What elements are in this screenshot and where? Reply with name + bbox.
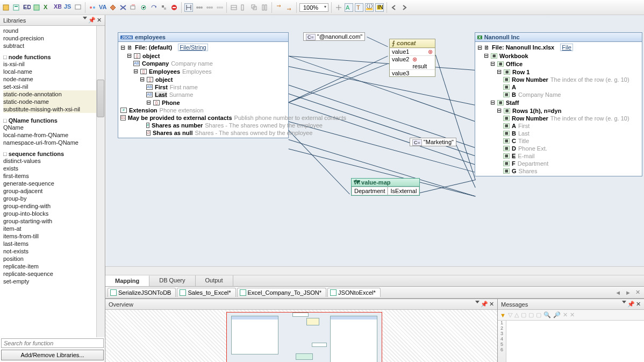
library-item[interactable]: node-name bbox=[3, 75, 104, 83]
toolbar-icon[interactable] bbox=[275, 3, 283, 12]
library-item[interactable]: group-into-blocks bbox=[3, 210, 104, 217]
dropdown-icon[interactable] bbox=[622, 301, 626, 303]
target-tree-row[interactable]: ⊟ ▦ Workbook bbox=[477, 52, 640, 60]
target-tree-row[interactable]: ▦ B Company Name bbox=[477, 91, 640, 98]
msg-tool-icon[interactable]: 🔎 bbox=[553, 311, 561, 318]
close-icon[interactable]: ✕ bbox=[97, 17, 102, 24]
nav-forward-icon[interactable] bbox=[400, 3, 409, 12]
overview-mini-canvas[interactable] bbox=[105, 310, 497, 362]
dropdown-icon[interactable] bbox=[475, 301, 480, 303]
toolbar-icon[interactable] bbox=[195, 3, 203, 12]
file-tab[interactable]: Excel_Company_To_JSON* bbox=[237, 288, 327, 297]
toolbar-icon[interactable] bbox=[33, 3, 41, 12]
library-item[interactable]: item-at bbox=[3, 225, 104, 232]
library-item[interactable]: QName bbox=[3, 124, 104, 131]
zoom-select[interactable]: 100% bbox=[299, 3, 328, 12]
libraries-scrollbar[interactable] bbox=[96, 26, 105, 337]
constant-email[interactable]: C= "@nanonull.com" bbox=[303, 32, 365, 41]
target-tree-row[interactable]: ▦ Row Number The index of the row (e. g.… bbox=[477, 115, 640, 122]
toolbar-icon[interactable] bbox=[109, 3, 117, 12]
source-tree-row[interactable]: # Extension Phone extension bbox=[120, 107, 286, 114]
pin-icon[interactable]: 📌 bbox=[627, 301, 635, 308]
mapping-canvas[interactable]: JSONemployees ⊟ 🗎 File: (default) File/S… bbox=[105, 15, 644, 266]
library-item[interactable]: substitute-missing-with-xsi-nil bbox=[3, 105, 104, 113]
library-item[interactable]: subtract bbox=[3, 42, 104, 49]
target-tree-row[interactable]: ▦ D Phone Ext. bbox=[477, 145, 640, 152]
source-tree-row[interactable]: AB Company Company name bbox=[120, 60, 286, 67]
target-tree-row[interactable]: ▦ F Department bbox=[477, 160, 640, 167]
library-item[interactable]: distinct-values bbox=[3, 157, 104, 165]
toolbar-icon[interactable] bbox=[119, 3, 127, 12]
source-tree-row[interactable]: # Shares as number Shares - The shares o… bbox=[120, 122, 286, 129]
toolbar-icon[interactable]: INFO bbox=[375, 3, 384, 12]
target-tree-row[interactable]: ⊟ ▦ Rows 1(h), n=dyn bbox=[477, 107, 640, 115]
toolbar-icon[interactable] bbox=[230, 3, 238, 12]
source-tree-row[interactable]: AB First First name bbox=[120, 83, 286, 91]
tab-db-query[interactable]: DB Query bbox=[149, 275, 195, 286]
toolbar-icon[interactable] bbox=[260, 3, 269, 12]
source-tree-row[interactable]: AB Last Surname bbox=[120, 91, 286, 98]
source-tree-row[interactable]: ∅ Shares as null Shares - The shares own… bbox=[120, 129, 286, 137]
toolbar-icon[interactable]: A bbox=[345, 3, 353, 12]
library-item[interactable]: last-items bbox=[3, 240, 104, 247]
toolbar-icon[interactable]: ⓘ bbox=[365, 3, 374, 12]
toolbar-icon[interactable] bbox=[285, 3, 294, 12]
library-item[interactable]: set-xsi-nil bbox=[3, 83, 104, 90]
library-item[interactable]: local-name bbox=[3, 68, 104, 75]
library-item[interactable]: group-ending-with bbox=[3, 202, 104, 210]
pin-icon[interactable]: 📌 bbox=[481, 301, 488, 308]
file-button[interactable]: File bbox=[560, 44, 573, 51]
nav-back-icon[interactable] bbox=[390, 3, 398, 12]
library-item[interactable]: position bbox=[3, 255, 104, 262]
source-tree-row[interactable]: ⊟ {} Phone bbox=[120, 98, 286, 107]
target-tree-row[interactable]: ▦ E E-mail bbox=[477, 152, 640, 160]
library-item[interactable]: static-node-name bbox=[3, 98, 104, 105]
library-item[interactable]: set-empty bbox=[3, 278, 104, 285]
library-item[interactable]: local-name-from-QName bbox=[3, 131, 104, 139]
target-tree-row[interactable]: ▦ A bbox=[477, 83, 640, 91]
target-tree-row[interactable]: ▦ B Last bbox=[477, 130, 640, 137]
toolbar-icon[interactable]: X bbox=[43, 3, 52, 12]
toolbar-icon[interactable] bbox=[129, 3, 138, 12]
library-item[interactable]: group-adjacent bbox=[3, 187, 104, 195]
msg-tool-icon[interactable]: ▢ bbox=[536, 311, 541, 318]
toolbar-icon[interactable]: T bbox=[355, 3, 363, 12]
tab-mapping[interactable]: Mapping bbox=[105, 275, 149, 286]
library-item[interactable]: replicate-sequence bbox=[3, 270, 104, 278]
canvas-h-scrollbar[interactable] bbox=[105, 266, 644, 275]
library-item[interactable]: generate-sequence bbox=[3, 180, 104, 187]
file-tab[interactable]: Sales_to_Excel* bbox=[177, 288, 235, 297]
add-remove-libraries-button[interactable]: Add/Remove Libraries... bbox=[1, 350, 104, 360]
target-tree-row[interactable]: ▦ A First bbox=[477, 122, 640, 130]
value-map[interactable]: 🗺 value-map DepartmentIsExternal bbox=[351, 178, 420, 196]
library-search-input[interactable] bbox=[1, 338, 104, 348]
toolbar-icon[interactable] bbox=[160, 3, 168, 12]
close-icon[interactable]: ✕ bbox=[636, 301, 641, 308]
tab-output[interactable]: Output bbox=[196, 275, 233, 286]
library-item[interactable]: static-node-annotation bbox=[3, 90, 104, 98]
pin-icon[interactable]: 📌 bbox=[88, 17, 96, 24]
tab-nav-right-icon[interactable]: ► bbox=[624, 289, 633, 296]
toolbar-icon[interactable]: EDI bbox=[23, 3, 31, 12]
msg-tool-icon[interactable]: ▽ bbox=[508, 311, 512, 318]
file-tab[interactable]: JSONtoExcel* bbox=[327, 288, 381, 297]
toolbar-icon[interactable] bbox=[184, 3, 193, 12]
toolbar-icon[interactable] bbox=[250, 3, 259, 12]
toolbar-icon[interactable] bbox=[205, 3, 213, 12]
toolbar-icon[interactable] bbox=[240, 3, 248, 12]
source-tree-row[interactable]: ⊟ [] Employees Employees bbox=[120, 67, 286, 75]
library-item[interactable]: items-from-till bbox=[3, 232, 104, 240]
library-item[interactable]: round bbox=[3, 27, 104, 34]
concat-function[interactable]: ⨍ concat value1⊗ value2⊗ result value3 bbox=[389, 39, 435, 77]
file-tab[interactable]: SerializeJSONToDB bbox=[108, 288, 176, 297]
target-tree-row[interactable]: ⊟ ▦ Staff bbox=[477, 98, 640, 107]
toolbar-icon[interactable] bbox=[334, 3, 343, 12]
library-item[interactable]: namespace-uri-from-QName bbox=[3, 139, 104, 146]
constant-marketing[interactable]: C= "Marketing" bbox=[410, 138, 456, 146]
toolbar-icon[interactable]: JSON bbox=[63, 3, 72, 12]
toolbar-icon[interactable] bbox=[88, 3, 97, 12]
toolbar-icon[interactable] bbox=[149, 3, 158, 12]
source-tree-row[interactable]: 01 May be provided to external contacts … bbox=[120, 114, 286, 122]
toolbar-icon[interactable]: XBRL bbox=[53, 3, 62, 12]
msg-tool-icon[interactable]: 🔍 bbox=[543, 311, 551, 318]
